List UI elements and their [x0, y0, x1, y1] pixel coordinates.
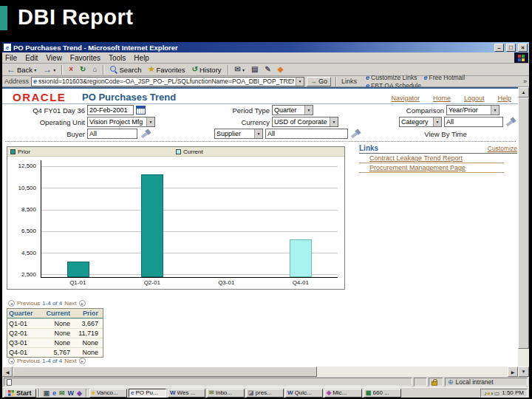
page-range: 1-4 of 4	[42, 300, 62, 307]
links-bar-item[interactable]: eFree Hotmail	[423, 74, 465, 81]
address-dropdown-button[interactable]: ▼	[296, 78, 304, 86]
title-bar[interactable]: e PO Purchases Trend - Microsoft Interne…	[2, 42, 529, 52]
menu-item-tools[interactable]: Tools	[109, 54, 126, 62]
next-icon[interactable]: ►	[79, 358, 86, 364]
back-button[interactable]: ← Back ▾	[4, 64, 39, 75]
task-button[interactable]: ■Vanco...	[89, 389, 127, 398]
dropdown-arrow-icon[interactable]: ▼	[433, 117, 441, 126]
calendar-icon[interactable]	[136, 106, 146, 115]
restore-button[interactable]: □	[506, 44, 516, 52]
horizontal-scrollbar[interactable]: ◀ ▶	[2, 366, 518, 377]
report-link[interactable]: Procurement Management Page	[359, 163, 504, 173]
task-button[interactable]: ◆Mic...	[324, 389, 362, 398]
links-bar-item[interactable]: eCustomize Links	[366, 74, 417, 81]
task-button[interactable]: WQuic...	[285, 389, 323, 398]
menu-item-favorites[interactable]: Favorites	[70, 54, 100, 62]
horizontal-scroll-thumb[interactable]	[13, 366, 317, 377]
period-type-select[interactable]: Quarter▼	[272, 105, 313, 115]
supplier-select[interactable]: Supplier▼	[214, 129, 263, 139]
vertical-scroll-thumb[interactable]	[518, 98, 529, 349]
history-button[interactable]: ↺ History	[189, 64, 225, 75]
previous-icon[interactable]: ◄	[8, 358, 15, 364]
scroll-right-icon[interactable]: ▶	[508, 366, 518, 377]
flashlight-search-icon[interactable]	[350, 129, 362, 139]
scroll-down-icon[interactable]: ▼	[518, 366, 529, 377]
ie-icon[interactable]: e	[52, 389, 56, 397]
tray-icon-3[interactable]: ▭	[494, 390, 500, 397]
forward-button[interactable]: → ▾	[40, 64, 58, 75]
menu-item-help[interactable]: Help	[134, 54, 149, 62]
dropdown-arrow-icon[interactable]: ▼	[330, 117, 338, 126]
supplier-input[interactable]: All	[265, 129, 348, 139]
dropdown-arrow-icon[interactable]: ▼	[491, 106, 499, 115]
dropdown-arrow-icon[interactable]: ▼	[304, 106, 313, 115]
minimize-button[interactable]: –	[494, 44, 504, 52]
task-button[interactable]: ✉Inbo...	[207, 389, 245, 398]
category-input[interactable]: All	[444, 117, 503, 127]
nav-link-navigator[interactable]: Navigator	[391, 95, 420, 102]
stop-button[interactable]: ×	[66, 64, 76, 75]
flashlight-search-icon[interactable]	[505, 117, 517, 127]
previous-icon[interactable]: ◄	[8, 300, 15, 307]
back-dropdown-icon[interactable]: ▾	[34, 67, 36, 72]
links-overflow-chevron[interactable]: »	[523, 78, 527, 85]
next-link[interactable]: Next	[64, 300, 76, 307]
category-select[interactable]: Category▼	[399, 117, 442, 127]
task-button[interactable]: ▦660 ...	[364, 389, 401, 398]
word-icon[interactable]: W	[68, 389, 75, 397]
vertical-scrollbar[interactable]: ▲ ▼	[518, 87, 529, 377]
favorites-button[interactable]: ★ Favorites	[146, 64, 188, 75]
next-icon[interactable]: ►	[79, 300, 86, 307]
next-link[interactable]: Next	[64, 358, 76, 364]
search-button[interactable]: Search	[107, 64, 144, 75]
previous-link[interactable]: Previous	[17, 358, 40, 364]
menu-item-edit[interactable]: Edit	[25, 54, 38, 62]
app-icon[interactable]: ◆	[77, 389, 82, 397]
address-input[interactable]: e ssionId=101603&regionCode=-OA_JSP_PO-_…	[31, 77, 304, 86]
comparison-select[interactable]: Year/Prior▼	[446, 105, 499, 115]
discuss-button[interactable]: ◆	[275, 64, 287, 75]
refresh-button[interactable]: ↻	[77, 64, 89, 75]
buyer-input[interactable]: All	[87, 129, 137, 139]
menu-item-view[interactable]: View	[46, 54, 62, 62]
scroll-left-icon[interactable]: ◀	[2, 366, 13, 377]
customize-link[interactable]: Customize	[488, 145, 517, 152]
nav-link-logout[interactable]: Logout	[464, 95, 485, 102]
currency-select[interactable]: USD of Corporate▼	[272, 117, 338, 127]
show-desktop-icon[interactable]: ▣	[44, 389, 50, 397]
previous-link[interactable]: Previous	[17, 300, 40, 307]
go-icon: →	[310, 78, 317, 85]
close-button[interactable]: ×	[518, 44, 528, 52]
home-button[interactable]: ⌂	[89, 64, 100, 75]
date-input[interactable]: 20-Feb-2001	[87, 105, 134, 115]
mail-button[interactable]: ✉▾	[232, 64, 248, 75]
task-button[interactable]: WWes ...	[168, 389, 205, 398]
y-tick-label: 6,500	[21, 228, 36, 234]
windows-logo-icon	[8, 390, 14, 396]
menu-bar: FileEditViewFavoritesToolsHelp	[2, 52, 529, 64]
mail-dropdown-icon[interactable]: ▾	[242, 67, 245, 72]
legend-label: Prior	[18, 149, 30, 155]
forward-dropdown-icon[interactable]: ▾	[53, 67, 55, 72]
print-button[interactable]: ▤	[248, 64, 261, 75]
flashlight-search-icon[interactable]	[140, 129, 152, 139]
menu-item-file[interactable]: File	[5, 54, 17, 62]
dropdown-arrow-icon[interactable]: ▼	[254, 129, 262, 138]
task-button[interactable]: ePO Pu...	[129, 389, 166, 398]
edit-button[interactable]: ✎	[262, 64, 273, 75]
task-button[interactable]: ◪pres...	[246, 389, 284, 398]
ie-logo	[514, 52, 528, 63]
go-button[interactable]: → Go	[307, 77, 331, 86]
status-bar: ⊕ Local intranet	[2, 377, 529, 387]
nav-link-help[interactable]: Help	[497, 95, 511, 102]
slide-accent-bar	[0, 6, 7, 30]
start-button[interactable]: Start	[4, 389, 36, 398]
operating-unit-label: Operating Unit	[4, 118, 85, 128]
nav-link-home[interactable]: Home	[433, 95, 451, 102]
operating-unit-select[interactable]: Vision Project Mfg▼	[87, 117, 155, 127]
mail-icon[interactable]: ✉	[59, 389, 65, 397]
dropdown-arrow-icon[interactable]: ▼	[146, 117, 154, 126]
scroll-up-icon[interactable]: ▲	[518, 87, 529, 98]
report-link[interactable]: Contract Leakage Trend Report	[359, 154, 504, 163]
toolbar-separator	[228, 65, 229, 75]
